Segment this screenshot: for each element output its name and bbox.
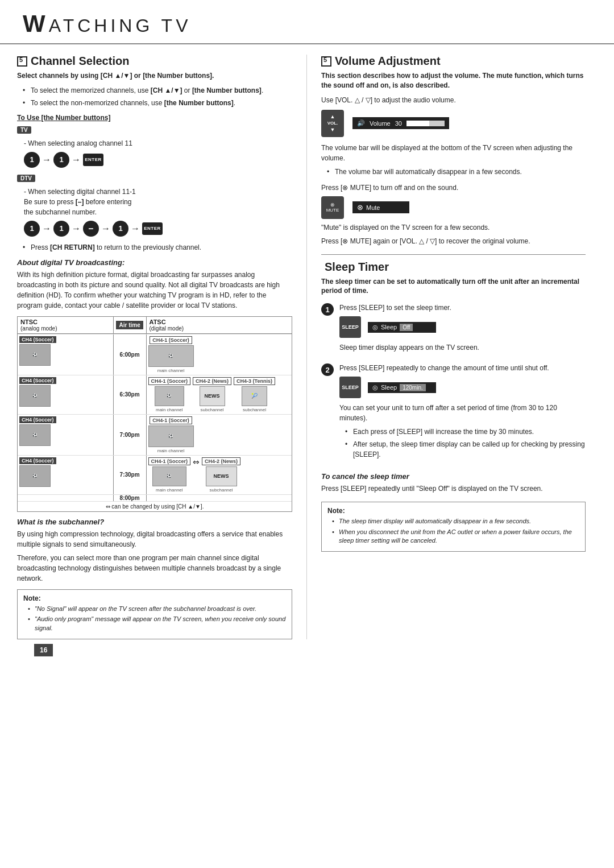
dtv-channel-diagram: 1 → 1 → – → 1 → ENTER xyxy=(24,221,292,237)
page-title: WATCHING TV xyxy=(23,10,591,38)
step-1-screen: ◎ Sleep Off xyxy=(368,322,436,333)
step-2-bullet-1: Each press of [SLEEP] will increase the … xyxy=(345,427,586,437)
step-2-badge: 120min. xyxy=(400,384,426,391)
channel-bullet-2: To select the non-memorized channels, us… xyxy=(23,98,292,108)
mute-quote: "Mute" is displayed on the TV screen for… xyxy=(321,222,586,233)
time-cell-4: 7:30pm xyxy=(114,456,147,494)
main-ch-label-4: main channel xyxy=(156,487,183,493)
left-column: Channel Selection Select channels by usi… xyxy=(17,55,307,639)
swap-arrow: ⇔ xyxy=(193,457,200,466)
atsc-img-3: ⚽ xyxy=(148,425,194,447)
channel-bullet-1: To select the memorized channels, use [C… xyxy=(23,85,292,96)
mute-x-icon: ⊗ xyxy=(357,203,363,212)
ntsc-label: NTSC xyxy=(20,319,110,325)
vol-bar xyxy=(406,121,445,126)
vol-bar-fill xyxy=(406,121,429,126)
vol-triangle-up: ▲ xyxy=(330,114,335,119)
mute-icon: ⊗ xyxy=(330,202,335,208)
volume-subtitle: This section describes how to adjust the… xyxy=(321,71,586,90)
subchannel-body1: By using high compression technology, di… xyxy=(17,529,292,549)
right-note-item-2: When you disconnect the unit from the AC… xyxy=(332,528,579,545)
sleep-heading: Sleep Timer xyxy=(325,261,389,274)
vol-number: 30 xyxy=(395,120,402,127)
atsc-ch-2-sub2: CH4-3 (Tennis) 🎾 subchannel xyxy=(234,377,275,412)
main-ch-label-3: main channel xyxy=(157,448,185,453)
left-note-list: "No Signal" will appear on the TV screen… xyxy=(23,605,286,633)
atsc-ch-box-1: CH4-1 (Soccer) xyxy=(150,336,192,344)
diagram-footer-row: 8:00pm xyxy=(18,494,292,501)
atsc-ch-4-main: CH4-1 (Soccer) ⚽ main channel xyxy=(148,457,191,493)
cancel-body: Press [SLEEP] repeatedly until "Sleep Of… xyxy=(321,483,586,494)
subchannel-body2: Therefore, you can select more than one … xyxy=(17,553,292,584)
w-letter: W xyxy=(23,10,49,37)
right-note-box: Note: The sleep timer display will autom… xyxy=(321,502,586,552)
atsc-ch-4-sub1: CH4-2 (News) NEWS subchannel xyxy=(202,457,240,493)
atsc-ch-box-4m: CH4-1 (Soccer) xyxy=(148,457,191,465)
section-checkbox-icon xyxy=(17,56,27,67)
page-number: 16 xyxy=(34,644,53,656)
arrow-1: → xyxy=(42,155,51,165)
footer-ntsc xyxy=(18,495,114,501)
step-1-screen-text: Sleep xyxy=(381,324,397,330)
step-2-screen-text: Sleep xyxy=(381,384,397,391)
subchannel-title: What is the subchannel? xyxy=(17,518,292,526)
step-num-2: 2 xyxy=(321,363,334,376)
tv-channel-diagram: 1 → 1 → ENTER xyxy=(24,152,292,168)
vol-bullets: The volume bar will automatically disapp… xyxy=(321,167,586,177)
step-2-diagram: SLEEP ◎ Sleep 120min. xyxy=(339,377,586,398)
time-cell-3: 7:00pm xyxy=(114,415,147,455)
mute-screen: ⊗ Mute xyxy=(352,201,409,213)
step-1-sleep-icon: ◎ xyxy=(372,324,378,331)
mute-recover: Press [⊗ MUTE] again or [VOL. △ / ▽] to … xyxy=(321,236,586,246)
diagram-row-4: CH4 (Soccer) ⚽ 7:30pm CH4-1 (Soccer) ⚽ m… xyxy=(18,455,292,494)
sleep-btn-1: SLEEP xyxy=(339,316,361,338)
ntsc-cell-1: CH4 (Soccer) ⚽ xyxy=(18,334,114,375)
mute-diagram: ⊗ MUTE ⊗ Mute xyxy=(321,196,586,219)
step-2-body: You can set your unit to turn off after … xyxy=(339,403,586,423)
atsc-label: ATSC xyxy=(150,319,289,325)
step-1-diagram: SLEEP ◎ Sleep Off xyxy=(339,316,586,338)
atsc-img-2m: ⚽ xyxy=(155,386,184,406)
main-ch-label-1: main channel xyxy=(157,368,185,373)
arrow-4: → xyxy=(72,224,81,234)
step-2-content: Press [SLEEP] repeatedly to change the a… xyxy=(339,363,586,465)
page-header: WATCHING TV xyxy=(0,0,614,44)
digital-note: - When selecting digital channel 11-1 Be… xyxy=(17,187,292,217)
mute-button: ⊗ MUTE xyxy=(321,196,344,219)
volume-checkbox-icon xyxy=(321,56,331,67)
atsc-sub: (digital mode) xyxy=(150,325,289,332)
atsc-channels-3: CH4-1 (Soccer) ⚽ main channel xyxy=(148,416,290,453)
arrow-3: → xyxy=(42,224,51,234)
diagram-header: NTSC (analog mode) Air time ATSC (digita… xyxy=(18,317,292,334)
analog-note: - When selecting analog channel 11 xyxy=(17,138,292,148)
vol-text: Volume xyxy=(370,120,391,127)
left-note-title: Note: xyxy=(23,594,286,602)
atsc-ch-box-2s1: CH4-2 (News) xyxy=(193,377,231,385)
atsc-img-2s1: NEWS xyxy=(200,386,225,406)
main-content: Channel Selection Select channels by usi… xyxy=(0,55,614,639)
step-2-bullets: Each press of [SLEEP] will increase the … xyxy=(339,427,586,460)
ntsc-cell-3: CH4 (Soccer) ⚽ xyxy=(18,415,114,455)
right-note-title: Note: xyxy=(327,507,579,515)
vol-icon: 🔊 xyxy=(357,119,365,127)
ch-btn-1a: 1 xyxy=(24,152,40,168)
atsc-ch-2-sub1: CH4-2 (News) NEWS subchannel xyxy=(193,377,231,412)
atsc-cell-1: CH4-1 (Soccer) ⚽ main channel xyxy=(147,334,292,375)
time-cell-2: 6:30pm xyxy=(114,375,147,414)
mute-label: MUTE xyxy=(326,208,339,213)
step-num-1: 1 xyxy=(321,303,334,316)
ntsc-ch-4: CH4 (Soccer) xyxy=(19,457,56,464)
atsc-ch-3-main: CH4-1 (Soccer) ⚽ main channel xyxy=(148,416,194,453)
digital-section-title: About digital TV broadcasting: xyxy=(17,258,292,267)
digital-section-body: With its high definition picture format,… xyxy=(17,270,292,311)
atsc-ch-box-2s2: CH4-3 (Tennis) xyxy=(234,377,275,385)
step-1-content: Press [SLEEP] to set the sleep timer. SL… xyxy=(339,303,586,356)
vol-triangle-down: ▼ xyxy=(330,127,335,133)
vol-button: ▲ VOL. ▼ xyxy=(321,110,344,137)
vol-mute-press: Press [⊗ MUTE] to turn off and on the so… xyxy=(321,183,586,193)
diagram-row-1: CH4 (Soccer) ⚽ 6:00pm CH4-1 (Soccer) ⚽ m… xyxy=(18,334,292,375)
right-note-list: The sleep timer display will automatical… xyxy=(327,517,579,545)
step-1-text: Press [SLEEP] to set the sleep timer. xyxy=(339,303,586,313)
ntsc-ch-2: CH4 (Soccer) xyxy=(19,377,56,384)
ntsc-img-2: ⚽ xyxy=(19,385,51,407)
